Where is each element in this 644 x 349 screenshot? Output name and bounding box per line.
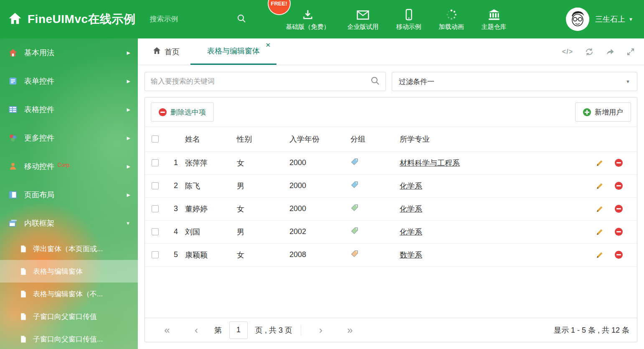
page-suffix-label: 页 , 共 3 页 [255,325,292,335]
chevron-right-icon: ▶ [127,79,130,84]
row-checkbox[interactable] [152,159,159,166]
layout-icon [8,190,18,199]
delete-row-icon[interactable] [615,251,623,259]
col-gender: 性别 [237,127,289,151]
row-checkbox[interactable] [152,228,159,235]
tab-bar: 首页 表格与编辑窗体 ✕ </> [138,38,644,65]
table-row: 5 康颖颖 女 2008 数学系 [145,243,637,266]
tab-label: 表格与编辑窗体 [207,46,260,56]
sidebar: 基本用法 ▶ 表单控件 ▶ 表格控件 ▶ 更多控件 ▶ [0,38,138,349]
delete-row-icon[interactable] [615,205,623,213]
sidebar-item-label: 页面布局 [24,190,54,200]
cell-major: 材料科学与工程系 [400,151,588,174]
share-icon[interactable] [606,47,615,56]
avatar[interactable] [566,8,589,31]
cell-major: 化学系 [400,197,588,220]
cell-group [350,151,400,174]
cell-name: 董婷婷 [185,197,237,220]
home-logo-icon[interactable] [8,12,22,26]
sidebar-subitem-child-to-parent-2[interactable]: 子窗口向父窗口传值... [0,328,138,349]
row-checkbox[interactable] [152,205,159,212]
filter-dropdown[interactable]: 过滤条件一 ▼ [392,72,637,91]
nav-enterprise-trial[interactable]: 企业版试用 [347,8,379,31]
cell-actions [588,151,637,174]
view-source-icon[interactable]: </> [562,48,573,56]
sidebar-item-mobile-controls[interactable]: 移动控件 Corp. ▶ [0,152,138,181]
delete-row-icon[interactable] [615,182,623,190]
first-page-icon[interactable]: « [152,325,182,335]
refresh-icon[interactable] [585,47,594,56]
cell-actions [588,220,637,243]
col-index [167,127,185,151]
search-icon[interactable] [370,76,380,87]
nav-basic-free[interactable]: 基础版（免费） [286,8,330,31]
chevron-down-icon: ▼ [629,17,633,22]
cell-year: 2008 [289,243,350,266]
sidebar-item-form-controls[interactable]: 表单控件 ▶ [0,67,138,95]
edit-pencil-icon[interactable] [596,159,604,167]
sidebar-item-basic-usage[interactable]: 基本用法 ▶ [0,38,138,67]
add-user-button[interactable]: 新增用户 [575,102,631,122]
search-icon[interactable] [237,14,246,25]
chevron-right-icon: ▶ [127,164,130,169]
brand: FineUIMvc在线示例 [0,11,136,27]
major-link[interactable]: 材料科学与工程系 [400,159,460,167]
grid-table-wrap: 姓名 性别 入学年份 分组 所学专业 1 [145,127,637,318]
row-index: 1 [167,151,185,174]
bank-icon [488,8,500,20]
row-checkbox[interactable] [152,182,159,189]
row-checkbox[interactable] [152,251,159,258]
sidebar-item-grid-controls[interactable]: 表格控件 ▶ [0,95,138,124]
app-title: FineUIMvc在线示例 [28,11,136,27]
next-page-icon[interactable]: › [306,325,335,335]
keyword-search-input[interactable] [151,77,370,86]
delete-selected-button[interactable]: 删除选中项 [151,102,214,122]
cell-actions [588,243,637,266]
sidebar-item-label: 基本用法 [24,48,54,58]
edit-pencil-icon[interactable] [596,228,604,236]
major-link[interactable]: 数学系 [400,251,422,259]
sidebar-item-page-layout[interactable]: 页面布局 ▶ [0,181,138,209]
major-link[interactable]: 化学系 [400,228,422,236]
page-number-input[interactable] [229,321,248,339]
tag-icon [350,204,359,212]
sidebar-subitem-child-to-parent[interactable]: 子窗口向父窗口传值 [0,305,138,328]
cell-gender: 女 [237,151,289,174]
tab-grid-edit-window[interactable]: 表格与编辑窗体 ✕ [190,38,276,65]
nav-label: 基础版（免费） [286,23,330,31]
sidebar-subitem-grid-edit-window-2[interactable]: 表格与编辑窗体（不... [0,283,138,305]
delete-row-icon[interactable] [615,159,623,167]
table-icon [8,105,18,114]
nav-loading-animation[interactable]: 加载动画 [439,8,464,31]
prev-page-icon[interactable]: ‹ [182,325,211,335]
last-page-icon[interactable]: » [335,325,365,335]
sidebar-subitem-grid-edit-window[interactable]: 表格与编辑窗体 [0,260,138,283]
username: 三生石上 [595,14,625,24]
select-all-checkbox[interactable] [152,135,159,143]
chevron-right-icon: ▶ [127,50,130,56]
close-tab-icon[interactable]: ✕ [265,42,271,48]
sidebar-item-inline-frame[interactable]: 内联框架 ▼ [0,209,138,237]
edit-pencil-icon[interactable] [596,205,604,213]
header-search-input[interactable] [150,15,217,23]
keyword-search-box [145,72,386,91]
tag-icon [350,250,359,258]
nav-label: 企业版试用 [347,23,379,31]
sidebar-subitem-popup-window[interactable]: 弹出窗体（本页面或... [0,237,138,260]
user-menu[interactable]: 三生石上 ▼ [595,14,633,24]
nav-theme-repo[interactable]: 主题仓库 [482,8,507,31]
major-link[interactable]: 化学系 [400,205,422,213]
table-row: 2 陈飞 男 2000 化学系 [145,174,637,197]
cell-actions [588,197,637,220]
sidebar-item-label: 更多控件 [24,133,54,143]
expand-icon[interactable] [626,48,635,56]
edit-pencil-icon[interactable] [596,182,604,190]
row-index: 2 [167,174,185,197]
nav-mobile-demo[interactable]: 移动示例 [396,8,421,31]
delete-row-icon[interactable] [615,228,623,236]
tab-home[interactable]: 首页 [142,38,190,65]
sidebar-item-more-controls[interactable]: 更多控件 ▶ [0,124,138,152]
edit-pencil-icon[interactable] [596,251,604,259]
mobile-person-icon [8,162,18,171]
major-link[interactable]: 化学系 [400,182,422,190]
